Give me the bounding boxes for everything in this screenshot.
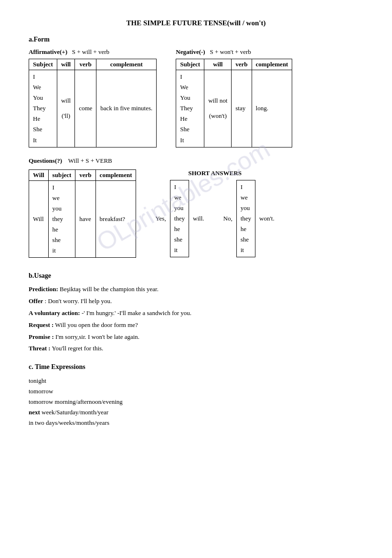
time-item-in-two: in two days/weeks/months/years xyxy=(29,418,363,428)
affirmative-label: Affirmative(+) S + will + verb xyxy=(29,48,157,56)
affirmative-negative-row: Affirmative(+) S + will + verb Subject w… xyxy=(29,48,363,147)
usage-item-promise: Promise : I'm sorry,sir. I won't be late… xyxy=(29,332,363,342)
time-item-tonight: tonight xyxy=(29,376,363,386)
usage-item-request: Request : Will you open the door form me… xyxy=(29,320,363,330)
yes-subjects-table: Iweyoutheyhesheit xyxy=(170,180,189,258)
q-will: Will xyxy=(29,180,49,258)
time-item-tomorrow: tomorrow xyxy=(29,386,363,397)
short-answers-title: SHORT ANSWERS xyxy=(155,169,274,177)
affirmative-block: Affirmative(+) S + will + verb Subject w… xyxy=(29,48,157,147)
yes-label: Yes, xyxy=(155,215,168,222)
yes-answer: will. xyxy=(191,215,204,222)
no-label: No, xyxy=(223,215,234,222)
offer-bold: Offer xyxy=(29,297,43,305)
aff-header-complement: complement xyxy=(96,59,157,70)
no-subjects-table: Iweyoutheyhesheit xyxy=(236,180,255,258)
negative-title: Negative(-) xyxy=(176,48,205,55)
neg-complement: long. xyxy=(252,70,292,147)
q-verb: have xyxy=(75,180,95,258)
q-header-complement: complement xyxy=(95,169,136,180)
q-header-will: Will xyxy=(29,169,49,180)
usage-item-prediction: Prediction: Beşiktaş will be the champio… xyxy=(29,284,363,295)
usage-item-offer: Offer : Don't worry. I'll help you. xyxy=(29,296,363,306)
neg-subjects: IWeYouTheyHeSheIt xyxy=(176,70,204,147)
request-text: Will you open the door form me? xyxy=(53,321,138,328)
aff-subjects: IWeYouTheyHeSheIt xyxy=(29,70,57,147)
aff-complement: back in five minutes. xyxy=(96,70,157,147)
affirmative-title: Affirmative(+) xyxy=(29,48,67,55)
questions-table-block: Will subject verb complement Will Iweyou… xyxy=(29,169,136,258)
next-bold: next xyxy=(29,409,40,416)
negative-table: Subject will verb complement IWeYouTheyH… xyxy=(176,59,292,147)
questions-label: Questions(?) xyxy=(29,157,62,164)
offer-text: : Don't worry. I'll help you. xyxy=(43,297,112,305)
aff-header-verb: verb xyxy=(75,59,96,70)
neg-header-complement: complement xyxy=(252,59,292,70)
q-header-verb: verb xyxy=(75,169,95,180)
questions-section: Questions(?) Will + S + VERB xyxy=(29,157,363,165)
prediction-text: Beşiktaş will be the champion this year. xyxy=(58,285,159,293)
time-item-next: next week/Saturday/month/year xyxy=(29,407,363,418)
affirmative-formula: S + will + verb xyxy=(72,48,109,55)
q-subjects: Iweyoutheyhesheit xyxy=(48,180,75,258)
neg-will: will not(won't) xyxy=(204,70,232,147)
no-block: No, Iweyoutheyhesheit won't. xyxy=(223,180,275,258)
aff-header-subject: Subject xyxy=(29,59,57,70)
usage-section: b.Usage Prediction: Beşiktaş will be the… xyxy=(29,272,363,354)
section-c-title: c. Time Expressions xyxy=(29,363,363,371)
affirmative-table: Subject will verb complement IWeYouTheyH… xyxy=(29,59,157,147)
no-answer: won't. xyxy=(257,215,275,222)
voluntary-text: -' I'm hungry.' -I'll make a sandwich fo… xyxy=(80,309,191,316)
time-items: tonight tomorrow tomorrow morning/aftern… xyxy=(29,376,363,428)
aff-header-will: will xyxy=(57,59,74,70)
neg-header-subject: Subject xyxy=(176,59,204,70)
aff-verb: come xyxy=(75,70,96,147)
no-subjects: Iweyoutheyhesheit xyxy=(236,180,255,257)
section-a-title: a.Form xyxy=(29,36,363,43)
questions-row: Will subject verb complement Will Iweyou… xyxy=(29,169,363,258)
yes-block: Yes, Iweyoutheyhesheit will. xyxy=(155,180,204,258)
section-b-title: b.Usage xyxy=(29,272,363,280)
questions-table: Will subject verb complement Will Iweyou… xyxy=(29,169,136,258)
negative-formula: S + won't + verb xyxy=(210,48,251,55)
promise-bold: Promise : xyxy=(29,333,54,340)
q-complement: breakfast? xyxy=(95,180,136,258)
neg-header-will: will xyxy=(204,59,232,70)
threat-text: You'll regret for this. xyxy=(51,345,104,352)
prediction-bold: Prediction: xyxy=(29,285,58,293)
neg-header-verb: verb xyxy=(232,59,252,70)
time-section: c. Time Expressions tonight tomorrow tom… xyxy=(29,363,363,428)
aff-will: will('ll) xyxy=(57,70,74,147)
negative-block: Negative(-) S + won't + verb Subject wil… xyxy=(176,48,292,147)
negative-label: Negative(-) S + won't + verb xyxy=(176,48,292,56)
voluntary-bold: A voluntary action: xyxy=(29,309,80,316)
usage-items: Prediction: Beşiktaş will be the champio… xyxy=(29,284,363,354)
questions-formula: Will + S + VERB xyxy=(68,157,112,164)
short-answers-tables: Yes, Iweyoutheyhesheit will. No, Iwe xyxy=(155,180,274,258)
time-item-tomorrow-full: tomorrow morning/afternoon/evening xyxy=(29,397,363,407)
threat-bold: Threat : xyxy=(29,345,51,352)
short-answers-block: SHORT ANSWERS Yes, Iweyoutheyhesheit wil… xyxy=(155,169,274,258)
page-title: THE SIMPLE FUTURE TENSE(will / won't) xyxy=(29,19,363,27)
yes-subjects: Iweyoutheyhesheit xyxy=(170,180,189,257)
request-bold: Request : xyxy=(29,321,53,328)
q-header-subject: subject xyxy=(48,169,75,180)
usage-item-voluntary: A voluntary action: -' I'm hungry.' -I'l… xyxy=(29,308,363,318)
neg-verb: stay xyxy=(232,70,252,147)
promise-text: I'm sorry,sir. I won't be late again. xyxy=(54,333,139,340)
questions-formula-line: Questions(?) Will + S + VERB xyxy=(29,157,363,165)
usage-item-threat: Threat : You'll regret for this. xyxy=(29,344,363,354)
